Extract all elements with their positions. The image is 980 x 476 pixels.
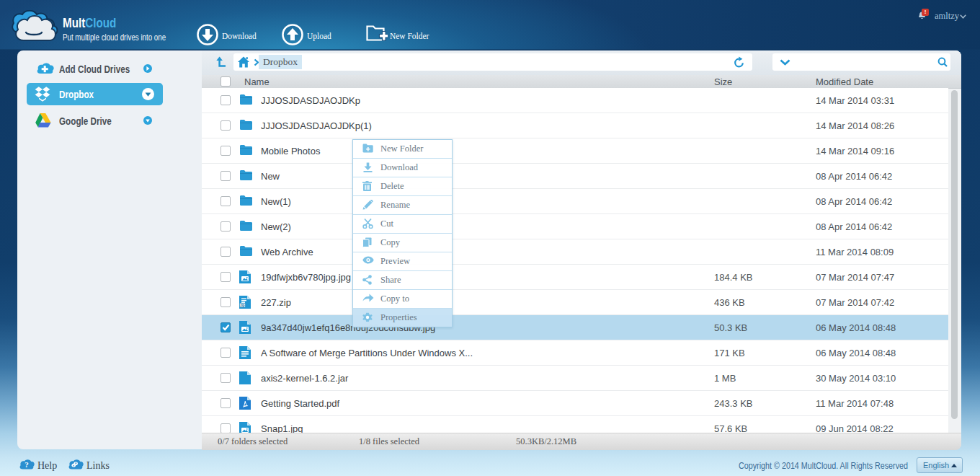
svg-text:zip: zip [240,304,245,307]
svg-text:?: ? [24,460,29,469]
